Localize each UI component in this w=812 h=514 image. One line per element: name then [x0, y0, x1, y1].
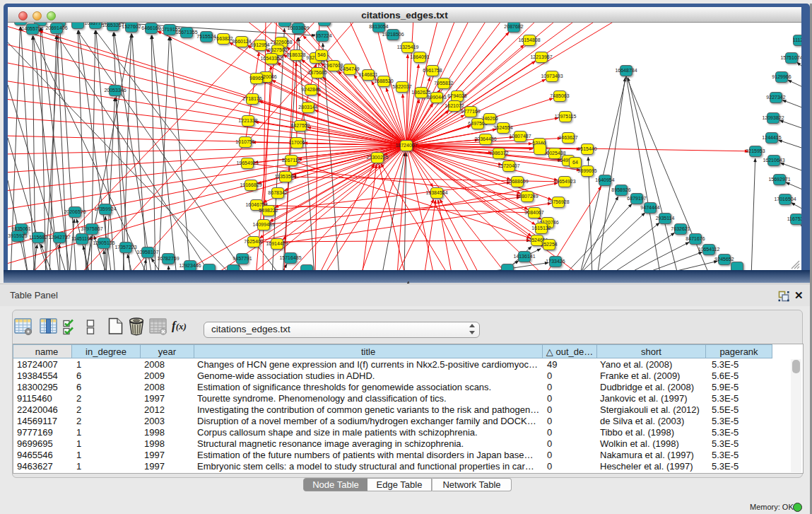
svg-text:1010755: 1010755 [235, 139, 254, 144]
svg-text:11123: 11123 [793, 37, 801, 42]
svg-text:10654112: 10654112 [698, 247, 720, 252]
svg-text:117006: 117006 [289, 140, 305, 145]
svg-text:8660124: 8660124 [232, 39, 251, 44]
svg-text:9899695: 9899695 [577, 168, 596, 173]
svg-text:2087682: 2087682 [504, 24, 523, 29]
svg-text:19384554: 19384554 [425, 190, 447, 195]
svg-text:16543362: 16543362 [260, 56, 282, 61]
svg-text:1244415: 1244415 [762, 135, 781, 140]
svg-text:16033809: 16033809 [287, 25, 309, 30]
svg-text:9084067: 9084067 [524, 210, 543, 215]
svg-text:9129966: 9129966 [772, 74, 791, 79]
svg-text:1615132: 1615132 [531, 226, 551, 230]
svg-text:20206576: 20206576 [64, 209, 86, 214]
svg-text:8990443: 8990443 [427, 95, 446, 100]
svg-text:7663822: 7663822 [213, 36, 233, 41]
svg-text:12923446: 12923446 [179, 263, 201, 268]
svg-text:5498222: 5498222 [259, 208, 278, 213]
svg-text:7485063: 7485063 [550, 93, 569, 98]
svg-text:9835061: 9835061 [11, 226, 30, 231]
svg-text:18807249: 18807249 [516, 194, 538, 199]
svg-text:8678342: 8678342 [268, 190, 287, 195]
svg-text:1527602: 1527602 [122, 24, 141, 29]
svg-text:9463627: 9463627 [558, 135, 577, 140]
svg-text:3624554: 3624554 [493, 125, 512, 130]
svg-text:7625402: 7625402 [244, 239, 263, 244]
svg-text:17016504: 17016504 [774, 197, 796, 201]
svg-text:1115682: 1115682 [29, 235, 47, 240]
svg-text:16154808: 16154808 [518, 37, 540, 42]
svg-text:12213967: 12213967 [530, 54, 552, 59]
svg-text:16671355: 16671355 [175, 30, 197, 35]
svg-text:8454749: 8454749 [340, 66, 359, 71]
svg-text:12905135: 12905135 [93, 240, 114, 245]
svg-text:9146821: 9146821 [358, 72, 377, 77]
svg-text:746266: 746266 [481, 116, 498, 121]
svg-text:7955812: 7955812 [434, 81, 453, 86]
svg-text:3875685: 3875685 [307, 70, 326, 75]
svg-text:37975867: 37975867 [81, 226, 102, 231]
svg-text:9474444: 9474444 [640, 205, 659, 210]
svg-text:10958107: 10958107 [136, 250, 158, 255]
svg-text:98965: 98965 [249, 76, 264, 81]
svg-text:1621072: 1621072 [445, 103, 464, 108]
svg-text:9227342: 9227342 [766, 95, 785, 100]
svg-text:17357223: 17357223 [114, 245, 136, 250]
svg-text:8427552: 8427552 [290, 123, 310, 128]
svg-text:10688609: 10688609 [506, 179, 528, 184]
svg-text:2718176: 2718176 [242, 96, 261, 101]
svg-text:15716485: 15716485 [279, 255, 301, 260]
svg-text:6879197: 6879197 [627, 196, 646, 201]
svg-text:8186328: 8186328 [286, 52, 305, 57]
svg-text:6961758: 6961758 [423, 68, 442, 73]
svg-text:8958926: 8958926 [611, 187, 630, 192]
svg-text:10807487: 10807487 [509, 134, 531, 139]
svg-text:12942737: 12942737 [48, 235, 70, 240]
svg-text:14055714: 14055714 [21, 26, 43, 31]
svg-text:12093822: 12093822 [762, 115, 784, 120]
svg-text:8912954: 8912954 [250, 42, 269, 47]
svg-text:23226058: 23226058 [270, 40, 292, 45]
svg-text:7986372: 7986372 [489, 151, 508, 156]
svg-text:23300275: 23300275 [366, 155, 388, 160]
svg-text:11325419: 11325419 [397, 45, 419, 49]
svg-text:9457791: 9457791 [233, 256, 252, 261]
svg-text:1864091: 1864091 [410, 54, 429, 59]
svg-text:9515440: 9515440 [577, 146, 596, 151]
svg-text:10973493: 10973493 [541, 74, 563, 78]
svg-text:1221338: 1221338 [238, 118, 257, 123]
svg-text:19756928: 19756928 [547, 199, 569, 204]
svg-text:7357224: 7357224 [312, 33, 331, 38]
svg-text:19654923: 19654923 [553, 179, 575, 184]
svg-text:1588520: 1588520 [374, 78, 393, 83]
svg-text:15692971: 15692971 [768, 177, 790, 182]
svg-text:18724007: 18724007 [395, 143, 417, 148]
svg-text:19166829: 19166829 [240, 182, 261, 187]
svg-text:16648784: 16648784 [615, 68, 637, 73]
svg-text:15751074: 15751074 [780, 55, 801, 60]
svg-text:20691406: 20691406 [45, 25, 67, 30]
svg-text:7632621: 7632621 [671, 226, 690, 231]
svg-text:1167533: 1167533 [787, 216, 801, 221]
svg-text:8813054: 8813054 [369, 24, 388, 29]
svg-text:11353594: 11353594 [275, 174, 297, 179]
svg-text:16782759: 16782759 [157, 256, 179, 261]
svg-text:2803144: 2803144 [298, 105, 317, 110]
svg-text:19654923: 19654923 [236, 160, 258, 165]
svg-text:16914479: 16914479 [266, 241, 288, 246]
svg-text:15720407: 15720407 [498, 163, 519, 168]
svg-text:8267110: 8267110 [282, 158, 301, 163]
svg-text:10653267: 10653267 [102, 23, 124, 28]
svg-text:10025438: 10025438 [543, 151, 565, 156]
svg-text:1362625: 1362625 [411, 90, 430, 95]
svg-text:12975115: 12975115 [555, 114, 577, 119]
svg-text:9245652: 9245652 [714, 257, 734, 262]
svg-text:19218506: 19218506 [382, 32, 404, 37]
svg-text:20364436: 20364436 [474, 136, 496, 141]
svg-text:5822037: 5822037 [392, 84, 411, 89]
svg-text:1640954: 1640954 [595, 177, 614, 182]
svg-text:9777169: 9777169 [461, 109, 480, 114]
svg-text:8471676: 8471676 [686, 236, 705, 241]
svg-text:2935114: 2935114 [656, 216, 675, 221]
svg-text:64: 64 [572, 160, 578, 165]
